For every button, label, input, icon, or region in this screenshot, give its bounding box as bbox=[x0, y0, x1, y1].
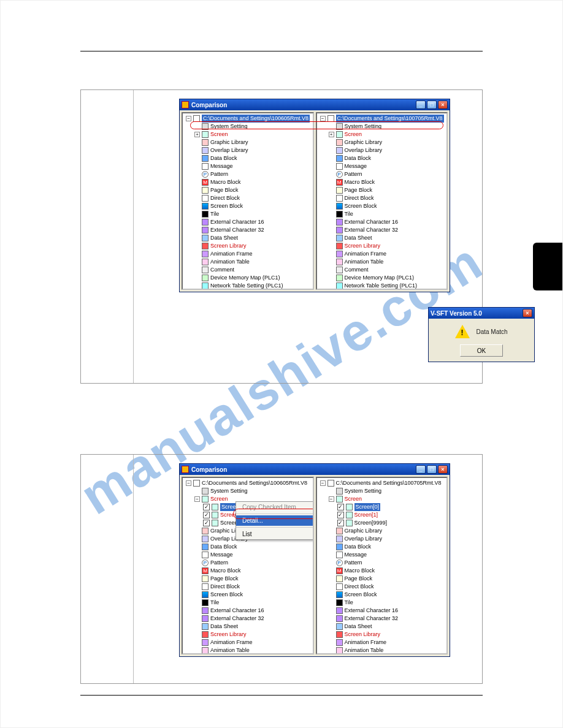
tree-item[interactable]: System Setting bbox=[329, 123, 445, 131]
tree-item[interactable]: Direct Block bbox=[329, 194, 445, 202]
tree-item[interactable]: External Character 16 bbox=[194, 607, 311, 615]
tree-item[interactable]: MMacro Block bbox=[329, 178, 445, 186]
tree-item[interactable]: Network Table Setting (PLC1) bbox=[194, 282, 311, 290]
tree-item[interactable]: Animation Table bbox=[329, 258, 445, 266]
maximize-button[interactable]: □ bbox=[427, 100, 437, 109]
tree-item[interactable]: Data Sheet bbox=[329, 234, 445, 242]
tree-item[interactable]: Comment bbox=[194, 266, 311, 274]
tree-item[interactable]: Graphic Library bbox=[329, 527, 445, 535]
tree-item[interactable]: Data Sheet bbox=[329, 623, 445, 631]
tree-item[interactable]: Tile bbox=[329, 599, 445, 607]
tree-item[interactable]: External Character 16 bbox=[329, 218, 445, 226]
tree-item[interactable]: Data Block bbox=[194, 543, 311, 551]
maximize-button[interactable]: □ bbox=[427, 465, 437, 474]
tree-item[interactable]: Device Memory Map (PLC1) bbox=[194, 274, 311, 282]
titlebar[interactable]: Comparison _ □ × bbox=[180, 99, 450, 110]
tree-item[interactable]: Direct Block bbox=[194, 194, 311, 202]
tree-item[interactable]: Animation Frame bbox=[194, 250, 311, 258]
tree-item[interactable]: Animation Table bbox=[194, 258, 311, 266]
tree-item[interactable]: PPattern bbox=[194, 559, 311, 567]
right-tree-2[interactable]: −C:\Documents and Settings\100705Rmt.V8S… bbox=[319, 479, 445, 654]
tree-item[interactable]: Data Sheet bbox=[194, 234, 311, 242]
tree-root[interactable]: −C:\Documents and Settings\100605Rmt.V8 bbox=[186, 479, 311, 487]
tree-item[interactable]: External Character 32 bbox=[329, 226, 445, 234]
tree-item[interactable]: PPattern bbox=[329, 559, 445, 567]
tree-item[interactable]: MMacro Block bbox=[194, 178, 311, 186]
titlebar-2[interactable]: Comparison _ □ × bbox=[180, 464, 450, 475]
tree-item[interactable]: External Character 16 bbox=[194, 218, 311, 226]
tree-item[interactable]: Message bbox=[194, 551, 311, 559]
tree-item[interactable]: Animation Frame bbox=[329, 250, 445, 258]
tree-item[interactable]: Direct Block bbox=[329, 583, 445, 591]
tree-item[interactable]: System Setting bbox=[329, 487, 445, 495]
tree-item[interactable]: PPattern bbox=[329, 170, 445, 178]
tree-root[interactable]: −C:\Documents and Settings\100605Rmt.V8 bbox=[186, 115, 311, 123]
tree-item[interactable]: Message bbox=[329, 162, 445, 170]
tree-item[interactable]: Screen Library bbox=[329, 242, 445, 250]
context-menu[interactable]: Copy Checked Item Detail... List bbox=[236, 501, 314, 540]
tree-item[interactable]: Screen Library bbox=[194, 242, 311, 250]
tree-item[interactable]: Tile bbox=[329, 210, 445, 218]
dialog-close-button[interactable]: × bbox=[523, 309, 532, 317]
tree-item[interactable]: External Character 32 bbox=[194, 226, 311, 234]
tree-item[interactable]: Graphic Library bbox=[194, 138, 311, 146]
tree-item[interactable]: PPattern bbox=[194, 170, 311, 178]
right-pane-2[interactable]: −C:\Documents and Settings\100705Rmt.V8S… bbox=[316, 477, 448, 654]
tree-item[interactable]: Overlap Library bbox=[329, 535, 445, 543]
tree-item[interactable]: External Character 32 bbox=[329, 615, 445, 623]
tree-root[interactable]: −C:\Documents and Settings\100705Rmt.V8 bbox=[320, 115, 445, 123]
close-button[interactable]: × bbox=[438, 465, 448, 474]
tree-item[interactable]: Animation Frame bbox=[194, 639, 311, 646]
tree-item[interactable]: Comment bbox=[329, 266, 445, 274]
tree-item[interactable]: Tile bbox=[194, 210, 311, 218]
left-pane[interactable]: −C:\Documents and Settings\100605Rmt.V8S… bbox=[182, 112, 314, 290]
tree-item[interactable]: Data Block bbox=[194, 154, 311, 162]
dialog-titlebar[interactable]: V-SFT Version 5.0 × bbox=[429, 308, 534, 319]
screen-child[interactable]: Screen[9999] bbox=[337, 519, 445, 527]
tree-item[interactable]: System Setting bbox=[194, 487, 311, 495]
tree-item[interactable]: MMacro Block bbox=[194, 567, 311, 575]
tree-item[interactable]: Screen Block bbox=[329, 202, 445, 210]
tree-item[interactable]: Direct Block bbox=[194, 583, 311, 591]
tree-item[interactable]: External Character 16 bbox=[329, 607, 445, 615]
tree-item[interactable]: Screen Block bbox=[194, 591, 311, 599]
minimize-button[interactable]: _ bbox=[416, 100, 426, 109]
tree-item[interactable]: Network Table Setting (PLC1) bbox=[329, 282, 445, 290]
tree-item[interactable]: Animation Frame bbox=[329, 639, 445, 646]
tree-item[interactable]: Message bbox=[329, 551, 445, 559]
screen-child[interactable]: Screen[0] bbox=[337, 503, 445, 511]
screen-child[interactable]: Screen[1] bbox=[337, 511, 445, 519]
tree-item[interactable]: Animation Table bbox=[194, 646, 311, 654]
tree-item[interactable]: Screen Block bbox=[329, 591, 445, 599]
menu-list[interactable]: List bbox=[236, 529, 314, 539]
tree-item[interactable]: Screen Library bbox=[194, 631, 311, 639]
tree-item[interactable]: Data Sheet bbox=[194, 623, 311, 631]
left-pane-2[interactable]: −C:\Documents and Settings\100605Rmt.V8S… bbox=[182, 477, 314, 654]
tree-item[interactable]: Page Block bbox=[329, 575, 445, 583]
tree-item[interactable]: Page Block bbox=[194, 186, 311, 194]
tree-root[interactable]: −C:\Documents and Settings\100705Rmt.V8 bbox=[320, 479, 445, 487]
minimize-button[interactable]: _ bbox=[416, 465, 426, 474]
right-pane[interactable]: −C:\Documents and Settings\100705Rmt.V8S… bbox=[316, 112, 448, 290]
tree-item[interactable]: Graphic Library bbox=[329, 138, 445, 146]
tree-item[interactable]: External Character 32 bbox=[194, 615, 311, 623]
ok-button[interactable]: OK bbox=[460, 344, 503, 357]
tree-item[interactable]: Animation Table bbox=[329, 646, 445, 654]
tree-item[interactable]: Tile bbox=[194, 599, 311, 607]
tree-item[interactable]: +Screen bbox=[194, 131, 311, 138]
tree-item[interactable]: Page Block bbox=[194, 575, 311, 583]
tree-item[interactable]: Data Block bbox=[329, 154, 445, 162]
tree-item[interactable]: Screen Block bbox=[194, 202, 311, 210]
left-tree[interactable]: −C:\Documents and Settings\100605Rmt.V8S… bbox=[185, 115, 311, 290]
menu-copy-checked[interactable]: Copy Checked Item bbox=[236, 502, 314, 512]
tree-item[interactable]: Message bbox=[194, 162, 311, 170]
tree-item[interactable]: Overlap Library bbox=[194, 146, 311, 154]
tree-item[interactable]: System Setting bbox=[194, 123, 311, 131]
tree-item[interactable]: −Screen bbox=[329, 495, 445, 503]
close-button[interactable]: × bbox=[438, 100, 448, 109]
tree-item[interactable]: Page Block bbox=[329, 186, 445, 194]
tree-item[interactable]: Overlap Library bbox=[329, 146, 445, 154]
tree-item[interactable]: +Screen bbox=[329, 131, 445, 138]
tree-item[interactable]: Device Memory Map (PLC1) bbox=[329, 274, 445, 282]
right-tree[interactable]: −C:\Documents and Settings\100705Rmt.V8S… bbox=[319, 115, 445, 290]
